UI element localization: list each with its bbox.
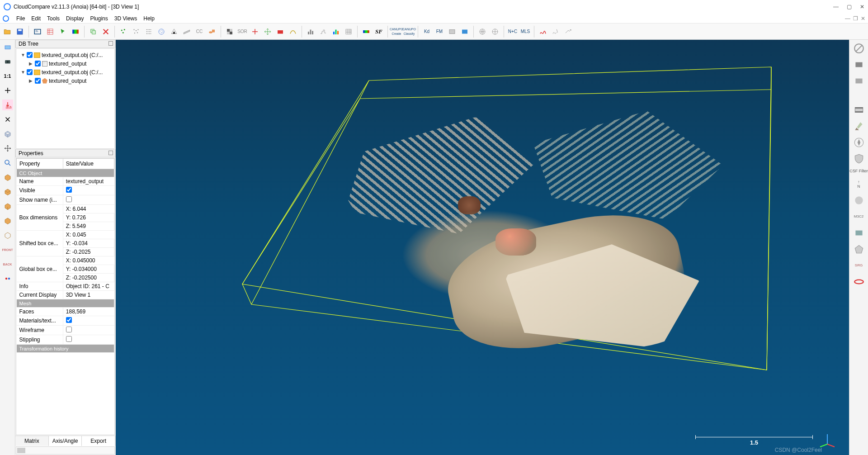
- histogram-button[interactable]: [305, 26, 316, 37]
- rotate-button[interactable]: [2, 114, 13, 125]
- tree-row[interactable]: ▼textured_output.obj (C:/...: [17, 68, 113, 76]
- menu-file[interactable]: File: [16, 15, 25, 22]
- console-button[interactable]: [32, 26, 43, 37]
- prop-value[interactable]: [63, 326, 114, 335]
- prop-value[interactable]: [63, 195, 114, 205]
- tree-row[interactable]: ▶textured_output: [17, 59, 113, 68]
- ellipse-icon[interactable]: [853, 276, 865, 288]
- color-scale-button[interactable]: [70, 26, 81, 37]
- m3c2-icon[interactable]: M3C2: [853, 211, 865, 223]
- prop-value[interactable]: [63, 316, 114, 326]
- plane-fit-button[interactable]: [181, 26, 192, 37]
- mesh-icon-button[interactable]: [169, 26, 179, 37]
- cross-button[interactable]: [250, 26, 260, 37]
- delete-button[interactable]: [100, 26, 111, 37]
- ssao-icon[interactable]: [853, 75, 865, 87]
- menu-3dviews[interactable]: 3D Views: [114, 15, 137, 22]
- placeholder1-button[interactable]: [447, 26, 458, 37]
- tree-checkbox[interactable]: [27, 69, 33, 75]
- tree-checkbox[interactable]: [35, 78, 41, 84]
- maximize-button[interactable]: ▢: [847, 4, 852, 10]
- properties-pin-icon[interactable]: [108, 151, 113, 155]
- back-view-button[interactable]: [2, 215, 13, 226]
- tab-export[interactable]: Export: [82, 436, 115, 446]
- globe1-button[interactable]: [477, 26, 488, 37]
- srg-icon[interactable]: SRG: [853, 260, 865, 271]
- sor-button[interactable]: SOR: [237, 26, 248, 37]
- front-label-button[interactable]: FRONT: [2, 244, 13, 255]
- bottom-view-button[interactable]: [2, 230, 13, 241]
- broom-icon[interactable]: [853, 120, 865, 132]
- translate-button[interactable]: [262, 26, 273, 37]
- menu-edit[interactable]: Edit: [31, 15, 41, 22]
- camera-button[interactable]: [2, 56, 13, 67]
- mdi-restore-icon[interactable]: ❐: [853, 15, 858, 22]
- north-icon[interactable]: ↑N: [853, 178, 865, 190]
- nc-button[interactable]: N+C: [507, 26, 518, 37]
- properties-table[interactable]: PropertyState/Value CC ObjectNametexture…: [16, 158, 115, 435]
- one-to-one-button[interactable]: 1:1: [2, 71, 13, 81]
- stats-button[interactable]: [318, 26, 329, 37]
- canupo-create-button[interactable]: CANUPOCreate: [391, 26, 402, 37]
- tree-row[interactable]: ▼textured_output.obj (C:/...: [17, 51, 113, 59]
- mls-button[interactable]: MLS: [520, 26, 531, 37]
- properties-button[interactable]: [45, 26, 56, 37]
- cc-button[interactable]: CC: [194, 26, 205, 37]
- compass-icon[interactable]: [853, 137, 865, 148]
- menu-help[interactable]: Help: [143, 15, 155, 22]
- color-ramp-button[interactable]: [361, 26, 372, 37]
- iso-view-button[interactable]: [2, 128, 13, 139]
- shield-icon[interactable]: [853, 153, 865, 165]
- path-red-button[interactable]: [538, 26, 548, 37]
- ransac-icon[interactable]: [853, 243, 865, 255]
- stereo-button[interactable]: [2, 273, 13, 284]
- curve-button[interactable]: [288, 26, 298, 37]
- sf-button[interactable]: SF: [373, 26, 384, 37]
- points-random-button[interactable]: [131, 26, 142, 37]
- tree-checkbox[interactable]: [35, 61, 41, 66]
- mdi-minimize-icon[interactable]: —: [845, 15, 850, 22]
- pick-point-button[interactable]: [57, 26, 68, 37]
- subsample-button[interactable]: [143, 26, 154, 37]
- path-pick-button[interactable]: [550, 26, 561, 37]
- hpr-icon[interactable]: [853, 194, 865, 206]
- octree-button[interactable]: [156, 26, 167, 37]
- db-tree[interactable]: ▼textured_output.obj (C:/...▶textured_ou…: [16, 48, 115, 149]
- minimize-button[interactable]: —: [833, 4, 839, 10]
- horizontal-scrollbar[interactable]: [16, 446, 115, 455]
- gradient-hist-button[interactable]: [330, 26, 341, 37]
- table-button[interactable]: [343, 26, 354, 37]
- mdi-close-icon[interactable]: ✕: [861, 15, 865, 22]
- tab-axisangle[interactable]: Axis/Angle: [49, 436, 82, 446]
- top-view-button[interactable]: [2, 172, 13, 183]
- dbtree-pin-icon[interactable]: [108, 41, 113, 46]
- path-arrow-button[interactable]: [563, 26, 574, 37]
- add-view-button[interactable]: [2, 85, 13, 96]
- open-button[interactable]: [2, 26, 13, 37]
- csf-filter-label[interactable]: CSF Filter: [849, 169, 868, 174]
- prop-value[interactable]: [63, 186, 114, 195]
- animation-icon[interactable]: [853, 104, 865, 116]
- side-view-button[interactable]: [2, 201, 13, 212]
- menu-tools[interactable]: Tools: [47, 15, 60, 22]
- tree-checkbox[interactable]: [27, 52, 33, 58]
- disable-plugin-icon[interactable]: [853, 43, 865, 54]
- front-view-button[interactable]: [2, 186, 13, 197]
- fm-button[interactable]: FM: [434, 26, 445, 37]
- tab-matrix[interactable]: Matrix: [15, 436, 49, 446]
- section-button[interactable]: [275, 26, 286, 37]
- tree-row[interactable]: ▶textured_output: [17, 76, 113, 85]
- globe2-button[interactable]: [490, 26, 500, 37]
- kd-button[interactable]: Kd: [421, 26, 432, 37]
- edl-icon[interactable]: [853, 59, 865, 71]
- zoom-button[interactable]: [2, 157, 13, 168]
- checker-button[interactable]: [224, 26, 235, 37]
- menu-plugins[interactable]: Plugins: [90, 15, 108, 22]
- prop-value[interactable]: [63, 335, 114, 345]
- auto-pick-button[interactable]: auto: [2, 100, 13, 110]
- move-button[interactable]: [2, 143, 13, 154]
- menu-display[interactable]: Display: [66, 15, 84, 22]
- set-view-button[interactable]: [2, 42, 13, 52]
- close-button[interactable]: ✕: [860, 4, 864, 10]
- 3d-viewport[interactable]: 1.5 CSDN @Cool2Feel: [116, 40, 849, 455]
